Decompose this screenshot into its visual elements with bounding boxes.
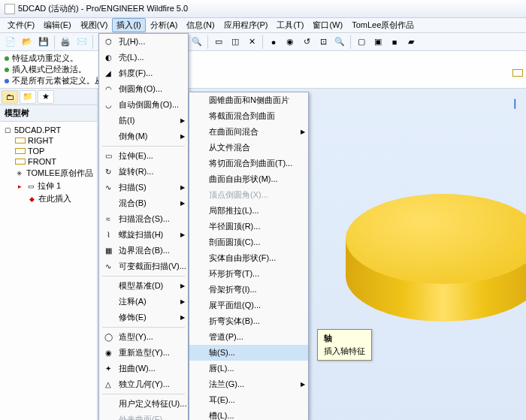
shade-icon[interactable]: ▰ — [404, 35, 419, 50]
menu-item[interactable]: ✦扭曲(W)... — [99, 361, 188, 376]
menu-item[interactable]: ≈扫描混合(S)... — [99, 211, 188, 227]
menu-item[interactable]: 耳(E)... — [189, 392, 308, 408]
menu-item[interactable]: 剖面圆顶(C)... — [189, 234, 308, 250]
tree-root[interactable]: ▢5DCAD.PRT — [2, 125, 95, 135]
datum-plane-icon[interactable] — [512, 69, 523, 77]
tree-datum-top[interactable]: TOP — [2, 146, 95, 156]
menu-item[interactable]: ▭拉伸(E)... — [99, 148, 188, 164]
menu-item[interactable]: 模型基准(D)▶ — [99, 278, 188, 294]
menu-item[interactable]: ⌇螺旋扫描(H)▶ — [99, 227, 188, 243]
tree-csys[interactable]: ✳TOMLEE原创作品 — [2, 167, 95, 180]
menu-file[interactable]: 文件(F) — [3, 18, 39, 32]
view-icon[interactable]: ◉ — [283, 35, 298, 50]
menu-item[interactable]: ◢斜度(F)... — [99, 65, 188, 81]
tree-extrude[interactable]: ▸▭拉伸 1 — [2, 180, 95, 192]
menubar: 文件(F) 编辑(E) 视图(V) 插入(I) 分析(A) 信息(N) 应用程序… — [0, 18, 526, 33]
menu-item[interactable]: ∿可变截面扫描(V)... — [99, 258, 188, 274]
menu-insert[interactable]: 插入(I) — [112, 18, 145, 32]
sidebar: 🗀 📁 ★ 模型树 ▢5DCAD.PRT RIGHT TOP FRONT ✳TO… — [0, 89, 98, 420]
menu-item[interactable]: ⬡孔(H)... — [99, 34, 188, 50]
menu-item[interactable]: 用户定义特征(U)... — [99, 396, 188, 412]
menu-item[interactable]: 注释(A)▶ — [99, 294, 188, 310]
menu-item[interactable]: 实体自由形状(F)... — [189, 250, 308, 266]
menu-item[interactable]: 骨架折弯(I)... — [189, 282, 308, 298]
menu-item[interactable]: 环形折弯(T)... — [189, 266, 308, 282]
close-icon[interactable]: ✕ — [244, 35, 259, 50]
spin-icon[interactable]: ↺ — [299, 35, 314, 50]
menu-item: 顶点倒圆角(X)... — [189, 187, 308, 203]
menu-item[interactable]: 在曲面间混合▶ — [189, 124, 308, 140]
advanced-submenu: 圆锥曲面和N侧曲面片将截面混合到曲面在曲面间混合▶从文件混合将切面混合到曲面(T… — [189, 92, 309, 420]
nohidden-icon[interactable]: ■ — [387, 35, 402, 50]
menu-item[interactable]: 展平面组(Q)... — [189, 298, 308, 313]
menu-item[interactable]: 曲面自由形状(M)... — [189, 171, 308, 187]
menu-item[interactable]: 将截面混合到曲面 — [189, 108, 308, 124]
tooltip-title: 轴 — [324, 333, 365, 344]
open-icon[interactable]: 📂 — [20, 35, 35, 50]
success-icon — [5, 68, 9, 72]
menu-item[interactable]: 修饰(E)▶ — [99, 310, 188, 325]
menu-item[interactable]: 倒角(M)▶ — [99, 128, 188, 144]
tree-header: 模型树 — [0, 105, 97, 122]
tab-favorites[interactable]: ★ — [38, 90, 54, 104]
menu-item[interactable]: ◠倒圆角(O)... — [99, 81, 188, 97]
menu-item[interactable]: ↻旋转(R)... — [99, 164, 188, 180]
mail-icon[interactable]: ✉️ — [74, 35, 89, 50]
model-tree[interactable]: ▢5DCAD.PRT RIGHT TOP FRONT ✳TOMLEE原创作品 ▸… — [0, 122, 97, 208]
menu-item[interactable]: △独立几何(Y)... — [99, 376, 188, 392]
tooltip: 轴 插入轴特征 — [317, 329, 372, 361]
menu-view[interactable]: 视图(V) — [76, 18, 113, 32]
tab-model-tree[interactable]: 🗀 — [2, 90, 18, 104]
tab-folder[interactable]: 📁 — [20, 90, 36, 104]
menu-item[interactable]: 管道(P)... — [189, 329, 308, 345]
print-icon[interactable]: 🖨️ — [58, 35, 73, 50]
menu-item[interactable]: ◯造型(Y)... — [99, 329, 188, 345]
new-icon[interactable]: 📄 — [3, 35, 18, 50]
menu-tomlee[interactable]: TomLee原创作品 — [347, 18, 419, 32]
menu-item[interactable]: 唇(L)... — [189, 361, 308, 376]
menu-item[interactable]: 槽(L)... — [189, 408, 308, 420]
render-icon[interactable]: ● — [266, 35, 281, 50]
menu-item[interactable]: 轴(S)... — [189, 345, 308, 361]
wire-icon[interactable]: ▢ — [354, 35, 369, 50]
win-icon[interactable]: ◫ — [228, 35, 243, 50]
window-title: 5DCAD (活动的) - Pro/ENGINEER Wildfire 5.0 — [18, 3, 188, 14]
menu-item[interactable]: 将切面混合到曲面(T)... — [189, 156, 308, 171]
menu-item[interactable]: ◡自动倒圆角(O)... — [99, 97, 188, 113]
model-cylinder[interactable] — [346, 194, 526, 344]
datum-axis-icon[interactable]: ┃ — [512, 99, 523, 110]
menu-item[interactable]: 混合(B)▶ — [99, 195, 188, 211]
menu-item[interactable]: ∿扫描(S)▶ — [99, 180, 188, 195]
toolbar: 📄 📂 💾 🖨️ ✉️ ↶ ↷ ✂️ 📋 ⟳ 🔍 ▭ ◫ ✕ ● ◉ ↺ ⊡ 🔍… — [0, 33, 526, 51]
menu-item[interactable]: ▦边界混合(B)... — [99, 243, 188, 258]
app-icon — [5, 4, 15, 14]
menu-tools[interactable]: 工具(T) — [272, 18, 308, 32]
fit-icon[interactable]: ⊡ — [316, 35, 331, 50]
menu-item[interactable]: 圆锥曲面和N侧曲面片 — [189, 92, 308, 108]
insert-menu: ⬡孔(H)...◐壳(L)...◢斜度(F)...◠倒圆角(O)...◡自动倒圆… — [98, 33, 189, 420]
menu-item[interactable]: ◐壳(L)... — [99, 50, 188, 65]
menu-item[interactable]: 折弯实体(B)... — [189, 313, 308, 329]
select-icon[interactable]: ▭ — [211, 35, 226, 50]
save-icon[interactable]: 💾 — [36, 35, 51, 50]
menu-item[interactable]: ◉重新造型(Y)... — [99, 345, 188, 361]
message-bar: 特征成功重定义。 插入模式已经激活。 不是所有元素被定义。从对话 — [0, 51, 526, 89]
menu-window[interactable]: 窗口(W) — [308, 18, 347, 32]
tree-datum-right[interactable]: RIGHT — [2, 135, 95, 146]
menu-item[interactable]: 局部推拉(L)... — [189, 203, 308, 219]
menu-item[interactable]: 从文件混合 — [189, 140, 308, 156]
search-icon[interactable]: 🔍 — [189, 35, 204, 50]
menu-item: 外来曲面(F)... — [99, 412, 188, 420]
menu-analysis[interactable]: 分析(A) — [146, 18, 183, 32]
tree-datum-front[interactable]: FRONT — [2, 156, 95, 167]
menu-app[interactable]: 应用程序(P) — [219, 18, 273, 32]
tree-insert-here[interactable]: ◆在此插入 — [2, 192, 95, 205]
menu-edit[interactable]: 编辑(E) — [39, 18, 76, 32]
menu-item[interactable]: 筋(I)▶ — [99, 113, 188, 128]
zoom-icon[interactable]: 🔍 — [332, 35, 347, 50]
hidden-icon[interactable]: ▣ — [370, 35, 385, 50]
menu-item[interactable]: 法兰(G)...▶ — [189, 376, 308, 392]
tooltip-desc: 插入轴特征 — [324, 346, 365, 357]
menu-item[interactable]: 半径圆顶(R)... — [189, 219, 308, 234]
menu-info[interactable]: 信息(N) — [182, 18, 219, 32]
